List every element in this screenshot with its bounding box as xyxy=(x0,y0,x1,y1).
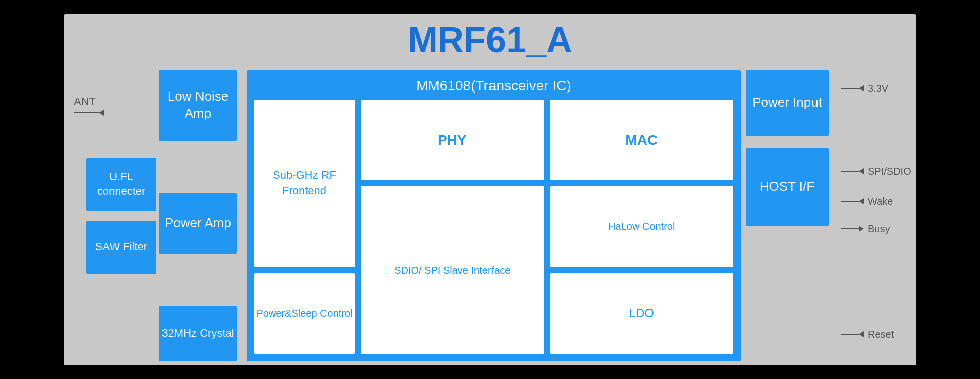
halow-control-block: HaLow Control xyxy=(550,186,734,267)
arrowhead-left-icon xyxy=(859,331,864,337)
board-title: MRF61_A xyxy=(408,19,572,60)
low-noise-amp-block: Low Noise Amp xyxy=(159,70,237,141)
arrowhead-left-icon xyxy=(859,198,864,204)
signal-busy-label: Busy xyxy=(868,223,890,235)
saw-filter-block: SAW Filter xyxy=(86,221,156,274)
line-icon xyxy=(841,171,859,172)
ufl-connector-block: U.FL connecter xyxy=(86,158,156,211)
right-section: Power Input HOST I/F xyxy=(746,68,841,364)
power-input-block: Power Input xyxy=(746,70,829,136)
left-section: ANT U.FL connecter SAW Filter xyxy=(74,68,154,364)
line-icon xyxy=(841,201,859,202)
crystal-block: 32MHz Crystal xyxy=(159,306,237,361)
power-amp-block: Power Amp xyxy=(159,193,237,254)
signal-reset-arrow xyxy=(841,331,864,337)
signal-wake-row: Wake xyxy=(841,196,893,207)
far-right-section: 3.3V SPI/SDIO Wake xyxy=(841,68,906,364)
arrowhead-right-icon xyxy=(859,226,864,232)
signal-spi-arrow xyxy=(841,168,864,174)
signal-busy-row: Busy xyxy=(841,223,890,235)
mac-block: MAC xyxy=(550,100,734,181)
line-icon xyxy=(841,334,859,335)
signal-reset-label: Reset xyxy=(868,329,894,340)
ant-label: ANT xyxy=(74,95,104,116)
transceiver-title: MM6108(Transceiver IC) xyxy=(254,78,733,94)
middle-left-section: Low Noise Amp Power Amp 32MHz Crystal xyxy=(154,68,242,364)
line-icon xyxy=(841,228,859,229)
phy-block: PHY xyxy=(361,100,544,181)
line-icon xyxy=(841,88,859,89)
transceiver-outer: MM6108(Transceiver IC) Sub-GHz RF Fronte… xyxy=(247,70,741,361)
host-if-block: HOST I/F xyxy=(746,148,829,226)
signal-spi-row: SPI/SDIO xyxy=(841,166,911,177)
signal-3v3-label: 3.3V xyxy=(868,83,888,94)
ant-arrowhead-icon xyxy=(99,110,104,116)
main-board: MRF61_A ANT U.FL connecter SAW Filter Lo… xyxy=(64,14,916,365)
ldo-block: LDO xyxy=(550,273,734,354)
ant-arrow xyxy=(74,110,104,116)
signal-busy-arrow xyxy=(841,226,864,232)
arrowhead-left-icon xyxy=(859,168,864,174)
arrowhead-left-icon xyxy=(859,85,864,91)
signal-3v3-arrow xyxy=(841,85,864,91)
signal-3v3-row: 3.3V xyxy=(841,83,888,94)
signal-wake-label: Wake xyxy=(868,196,893,207)
signal-wake-arrow xyxy=(841,198,864,204)
power-sleep-block: Power&Sleep Control xyxy=(254,273,355,354)
transceiver-section: MM6108(Transceiver IC) Sub-GHz RF Fronte… xyxy=(242,68,746,364)
signal-reset-row: Reset xyxy=(841,329,894,340)
sdio-spi-block: SDIO/ SPI Slave Interface xyxy=(361,186,544,353)
transceiver-grid: Sub-GHz RF Frontend PHY MAC HaLow Contro… xyxy=(254,100,733,354)
signal-spi-label: SPI/SDIO xyxy=(868,166,911,177)
sub-ghz-block: Sub-GHz RF Frontend xyxy=(254,100,355,267)
content-area: ANT U.FL connecter SAW Filter Low Noise … xyxy=(64,68,916,364)
